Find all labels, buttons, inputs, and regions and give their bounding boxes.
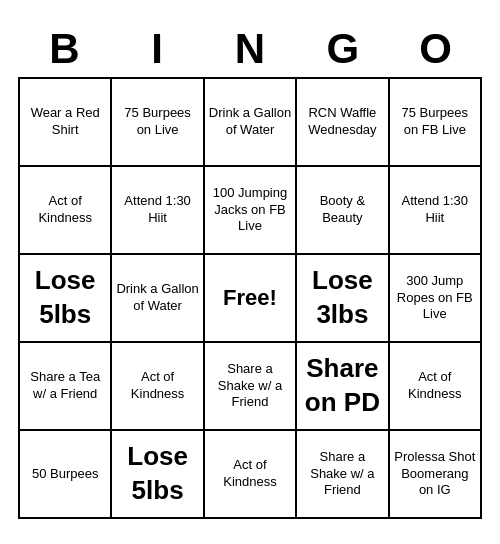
bingo-cell: Act of Kindness xyxy=(20,167,112,255)
bingo-letter: O xyxy=(392,25,480,73)
bingo-cell: Free! xyxy=(205,255,297,343)
bingo-letter: B xyxy=(20,25,108,73)
bingo-letter: G xyxy=(299,25,387,73)
bingo-cell: Act of Kindness xyxy=(112,343,204,431)
bingo-letter: I xyxy=(113,25,201,73)
bingo-grid: Wear a Red Shirt75 Burpees on LiveDrink … xyxy=(18,77,482,519)
bingo-cell: Prolessa Shot Boomerang on IG xyxy=(390,431,482,519)
bingo-cell: Attend 1:30 Hiit xyxy=(112,167,204,255)
bingo-cell: Share a Shake w/ a Friend xyxy=(205,343,297,431)
bingo-cell: 75 Burpees on FB Live xyxy=(390,79,482,167)
bingo-cell: Drink a Gallon of Water xyxy=(205,79,297,167)
bingo-cell: Lose 5lbs xyxy=(20,255,112,343)
bingo-cell: Share on PD xyxy=(297,343,389,431)
bingo-card: BINGO Wear a Red Shirt75 Burpees on Live… xyxy=(10,17,490,527)
bingo-cell: 50 Burpees xyxy=(20,431,112,519)
bingo-cell: Booty & Beauty xyxy=(297,167,389,255)
bingo-cell: Act of Kindness xyxy=(390,343,482,431)
bingo-cell: 100 Jumping Jacks on FB Live xyxy=(205,167,297,255)
bingo-letter: N xyxy=(206,25,294,73)
bingo-title: BINGO xyxy=(18,25,482,73)
bingo-cell: Act of Kindness xyxy=(205,431,297,519)
bingo-cell: 300 Jump Ropes on FB Live xyxy=(390,255,482,343)
bingo-cell: Lose 3lbs xyxy=(297,255,389,343)
bingo-cell: 75 Burpees on Live xyxy=(112,79,204,167)
bingo-cell: Attend 1:30 Hiit xyxy=(390,167,482,255)
bingo-cell: RCN Waffle Wednesday xyxy=(297,79,389,167)
bingo-cell: Wear a Red Shirt xyxy=(20,79,112,167)
bingo-cell: Lose 5lbs xyxy=(112,431,204,519)
bingo-cell: Drink a Gallon of Water xyxy=(112,255,204,343)
bingo-cell: Share a Shake w/ a Friend xyxy=(297,431,389,519)
bingo-cell: Share a Tea w/ a Friend xyxy=(20,343,112,431)
